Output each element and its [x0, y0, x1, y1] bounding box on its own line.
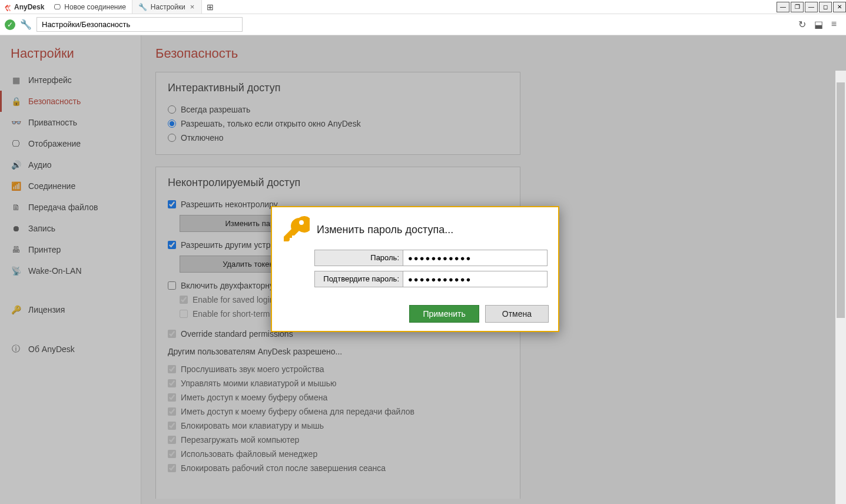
window-controls: — ❐ — ◻ ✕ [775, 2, 846, 12]
status-ok-icon: ✓ [5, 19, 15, 30]
scrollbar[interactable] [835, 71, 846, 504]
change-password-modal: Изменить пароль доступа... Пароль: Подтв… [271, 206, 559, 332]
restore-button[interactable]: ❐ [791, 2, 804, 12]
password-label: Пароль: [314, 250, 403, 266]
history-icon[interactable]: ↻ [798, 19, 806, 30]
app-logo: AnyDesk [0, 3, 48, 11]
anydesk-logo-icon [4, 3, 12, 11]
address-input[interactable] [37, 17, 243, 32]
tab-new-connection[interactable]: 🖵 Новое соединение [48, 0, 132, 14]
maximize-button[interactable]: ◻ [819, 2, 832, 12]
password-input[interactable] [403, 250, 548, 266]
address-bar: ✓ 🔧 ↻ ⬓ ≡ [0, 14, 846, 35]
wrench-icon: 🔧 [138, 3, 147, 11]
monitor-icon: 🖵 [54, 3, 61, 11]
apply-button[interactable]: Применить [409, 305, 479, 323]
modal-title: Изменить пароль доступа... [317, 224, 453, 236]
wrench-icon: 🔧 [20, 19, 32, 30]
cancel-button[interactable]: Отмена [485, 305, 549, 323]
scrollbar-thumb[interactable] [837, 82, 845, 318]
confirm-password-label: Подтвердите пароль: [314, 271, 403, 287]
tab-settings[interactable]: 🔧 Настройки × [132, 0, 202, 14]
key-icon [281, 215, 310, 244]
tab-close-icon[interactable]: × [189, 2, 196, 11]
confirm-password-input[interactable] [403, 271, 548, 287]
titlebar: AnyDesk 🖵 Новое соединение 🔧 Настройки ×… [0, 0, 846, 14]
minimize-button[interactable]: — [777, 2, 789, 12]
hamburger-menu-icon[interactable]: ≡ [831, 19, 837, 30]
install-icon[interactable]: ⬓ [814, 19, 823, 30]
close-button[interactable]: ✕ [833, 2, 846, 12]
new-tab-button[interactable]: ⊞ [202, 2, 218, 12]
minimize2-button[interactable]: — [805, 2, 818, 12]
